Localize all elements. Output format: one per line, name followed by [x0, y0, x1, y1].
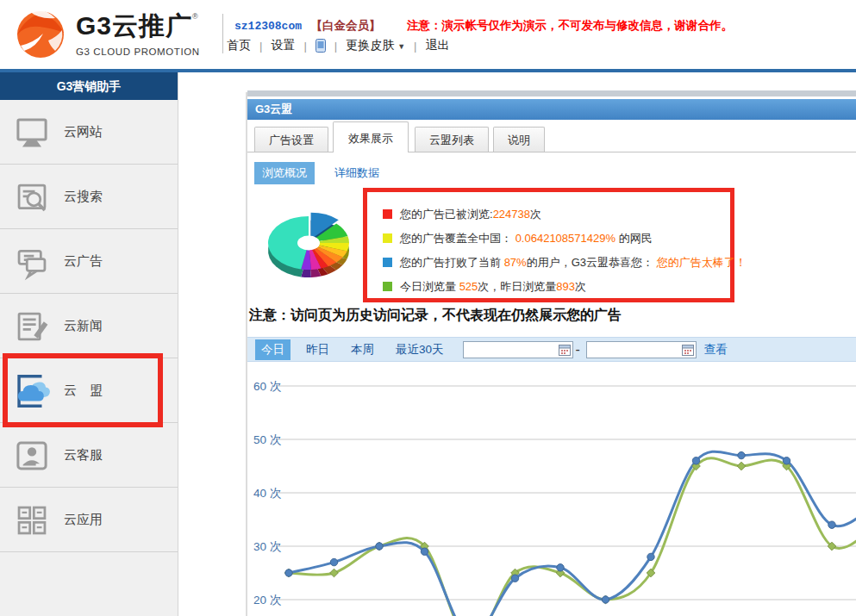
sidebar-item-cloud-support[interactable]: 云客服 — [0, 423, 178, 488]
stats-box-red-annotation: 您的广告已被浏览:224738次 您的广告覆盖全中国： 0.0642108571… — [363, 188, 734, 302]
sidebar-title: G3营销助手 — [0, 72, 178, 100]
top-nav: 首页 | 设置 | | 更换皮肤▼ | 退出 — [227, 38, 449, 53]
svg-text:60 次: 60 次 — [253, 380, 282, 393]
membership-badge: 【白金会员】 — [310, 19, 380, 32]
subtab-detailed-data[interactable]: 详细数据 — [327, 162, 387, 184]
nav-home[interactable]: 首页 — [227, 38, 251, 53]
main-panel: G3云盟 广告设置 效果展示 云盟列表 说明 浏览概况 详细数据 您的广告已被浏… — [247, 90, 856, 616]
range-thisweek-button[interactable]: 本周 — [345, 339, 380, 360]
red-bullet-icon — [383, 209, 392, 219]
sidebar-item-label: 云新闻 — [64, 318, 103, 334]
sidebar-item-label: 云广告 — [64, 253, 103, 270]
header-divider — [222, 14, 223, 53]
yellow-bullet-icon — [383, 233, 392, 243]
tab-alliance-list[interactable]: 云盟列表 — [415, 127, 489, 152]
range-last30days-button[interactable]: 最近30天 — [390, 339, 450, 360]
date-from-wrap — [463, 341, 573, 358]
svg-text:30 次: 30 次 — [253, 540, 282, 553]
nav-separator: | — [414, 40, 416, 53]
calendar-icon[interactable] — [559, 344, 571, 356]
news-edit-icon — [12, 307, 52, 346]
subtab-browse-overview[interactable]: 浏览概况 — [254, 162, 315, 184]
date-to-input[interactable] — [586, 341, 697, 358]
nav-separator: | — [334, 40, 337, 53]
tab-effect-display[interactable]: 效果展示 — [333, 121, 409, 152]
chevron-down-icon: ▼ — [397, 42, 405, 51]
range-today-button[interactable]: 今日 — [255, 339, 291, 360]
stat-text: 今日浏览量 525次，昨日浏览量893次 — [400, 280, 586, 293]
stat-row-ranking: 您的广告打败了当前 87%的用户，G3云盟恭喜您： 您的广告太棒了！ — [383, 251, 730, 275]
view-button[interactable]: 查看 — [704, 342, 728, 358]
account-row: sz12308com 【白金会员】 注意：演示帐号仅作为演示，不可发布与修改信息… — [234, 17, 733, 34]
logo-text: G3云推广® G3 CLOUD PROMOTION — [76, 9, 200, 57]
line-chart-svg: 60 次50 次40 次30 次20 次 — [247, 366, 856, 616]
tab-row: 广告设置 效果展示 云盟列表 说明 — [247, 120, 856, 152]
sidebar-item-cloud-news[interactable]: 云新闻 — [0, 294, 178, 358]
app-grid-icon — [12, 501, 52, 540]
nav-logout[interactable]: 退出 — [425, 38, 449, 53]
date-from-input[interactable] — [463, 341, 573, 358]
date-range-dash: - — [576, 342, 580, 358]
phone-icon[interactable] — [316, 39, 326, 53]
logo-subtitle: G3 CLOUD PROMOTION — [76, 47, 200, 57]
page: G3云推广® G3 CLOUD PROMOTION sz12308com 【白金… — [0, 0, 856, 616]
history-notice: 注意：访问页为历史访问记录，不代表现在仍然展示您的广告 — [249, 307, 853, 325]
green-bullet-icon — [383, 282, 392, 291]
monitor-icon — [12, 113, 52, 152]
subtab-row: 浏览概况 详细数据 — [254, 163, 387, 184]
svg-text:20 次: 20 次 — [253, 594, 282, 607]
nav-separator: | — [259, 40, 262, 53]
change-skin-label: 更换皮肤 — [346, 38, 394, 52]
registered-mark: ® — [192, 12, 198, 21]
top-header: G3云推广® G3 CLOUD PROMOTION sz12308com 【白金… — [0, 0, 856, 69]
stat-row-views: 您的广告已被浏览:224738次 — [383, 202, 730, 227]
nav-separator: | — [303, 40, 306, 53]
calendar-icon[interactable] — [682, 344, 694, 356]
svg-text:50 次: 50 次 — [253, 433, 282, 446]
sidebar-item-cloud-search[interactable]: 云搜索 — [0, 165, 178, 229]
sidebar-item-label: 云客服 — [64, 447, 103, 464]
pie-chart-svg — [247, 187, 377, 304]
stat-text: 您的广告打败了当前 87%的用户，G3云盟恭喜您： 您的广告太棒了！ — [400, 256, 747, 269]
stat-row-coverage: 您的广告覆盖全中国： 0.0642108571429% 的网民 — [383, 227, 730, 251]
g3-logo-icon — [14, 8, 67, 61]
demo-warning-text: 注意：演示帐号仅作为演示，不可发布与修改信息，谢谢合作。 — [407, 19, 733, 32]
pie-chart — [247, 187, 377, 304]
sidebar-item-cloud-alliance[interactable]: 云 盟 — [0, 358, 178, 423]
sidebar-item-label: 云应用 — [64, 512, 103, 528]
line-chart: 60 次50 次40 次30 次20 次 — [247, 366, 856, 616]
chat-bubbles-icon — [12, 242, 52, 282]
date-filter-bar: 今日 昨日 本周 最近30天 - 查看 — [247, 337, 856, 362]
stat-text: 您的广告覆盖全中国： 0.0642108571429% 的网民 — [400, 232, 653, 245]
sidebar: G3营销助手 云网站 云搜索 云广告 云新闻 — [0, 72, 178, 616]
nav-change-skin[interactable]: 更换皮肤▼ — [346, 38, 405, 53]
search-doc-icon — [12, 177, 52, 217]
panel-top-strip — [247, 90, 856, 96]
logo-title: G3云推广 — [76, 11, 192, 40]
svg-text:40 次: 40 次 — [253, 487, 282, 500]
range-yesterday-button[interactable]: 昨日 — [300, 339, 335, 360]
cloud-icon — [12, 371, 52, 411]
support-agent-icon — [12, 436, 52, 476]
sidebar-item-cloud-website[interactable]: 云网站 — [0, 100, 178, 165]
sidebar-item-label: 云网站 — [64, 124, 103, 140]
sidebar-item-label: 云 盟 — [64, 383, 103, 399]
panel-title: G3云盟 — [247, 99, 856, 120]
tab-ad-settings[interactable]: 广告设置 — [254, 127, 328, 152]
blue-bullet-icon — [383, 258, 392, 267]
account-username: sz12308com — [234, 20, 302, 33]
nav-settings[interactable]: 设置 — [271, 38, 295, 53]
stat-text: 您的广告已被浏览:224738次 — [400, 208, 541, 221]
sidebar-item-label: 云搜索 — [64, 189, 103, 205]
sidebar-item-cloud-apps[interactable]: 云应用 — [0, 488, 178, 552]
tab-instructions[interactable]: 说明 — [493, 127, 545, 152]
stat-row-today: 今日浏览量 525次，昨日浏览量893次 — [383, 275, 730, 299]
panel-header: G3云盟 — [247, 99, 856, 120]
sidebar-item-cloud-ads[interactable]: 云广告 — [0, 229, 178, 294]
date-to-wrap — [586, 341, 697, 358]
